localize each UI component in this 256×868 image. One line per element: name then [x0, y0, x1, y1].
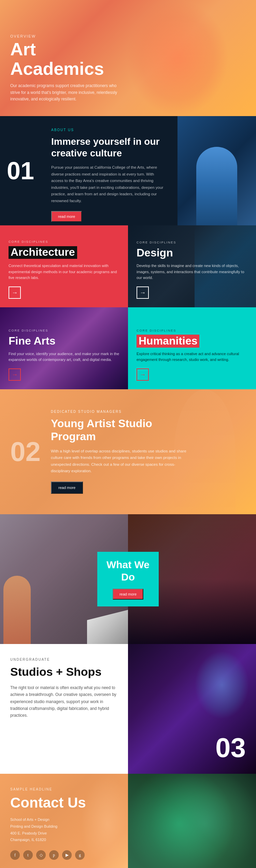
undergrad-overline: UNDERGRADUATE: [10, 658, 118, 661]
undergrad-content: UNDERGRADUATE Studios + Shops The right …: [0, 644, 128, 774]
contact-section: SAMPLE HEADLINE Contact Us School of Art…: [0, 774, 256, 868]
contact-bg-figure: [80, 774, 128, 868]
contact-left: SAMPLE HEADLINE Contact Us School of Art…: [0, 774, 128, 868]
hero-title: Art Academics: [10, 40, 126, 79]
twitter-icon[interactable]: t: [23, 850, 33, 860]
finearts-overline: CORE DISCIPLINES: [9, 329, 119, 332]
undergrad-number: 03: [215, 732, 246, 764]
pinterest-icon[interactable]: p: [49, 850, 59, 860]
studio-section: 02 DEDICATED STUDIO MANAGERS Young Artis…: [0, 389, 256, 514]
arch-description: Connect theoretical speculation and mate…: [9, 263, 119, 281]
discipline-design: CORE DISCIPLINES Design Develop the skil…: [128, 225, 256, 307]
studio-description: With a high level of overlap across disc…: [51, 448, 187, 475]
humanities-description: Explore critical thinking as a creative …: [137, 351, 247, 363]
hero-bg-figure: [126, 0, 229, 116]
studio-overline: DEDICATED STUDIO MANAGERS: [51, 410, 187, 414]
design-arrow-button[interactable]: →: [137, 286, 149, 299]
finearts-arrow-button[interactable]: →: [9, 368, 21, 381]
what-read-more-button[interactable]: read more: [113, 589, 143, 600]
person-left-silhouette: [3, 576, 31, 644]
about-title: Immerse yourself in our creative culture: [51, 136, 167, 159]
arch-overline: CORE DISCIPLINES: [9, 240, 119, 243]
contact-sequin-overlay: [128, 774, 256, 868]
discipline-finearts: CORE DISCIPLINES Fine Arts Find your voi…: [0, 307, 128, 389]
instagram-icon[interactable]: ◇: [36, 850, 46, 860]
hero-section: OVERVIEW Art Academics Our academic prog…: [0, 0, 256, 116]
undergrad-face-glow: [195, 651, 249, 719]
studio-title: Young Artist Studio Program: [51, 417, 187, 443]
discipline-architecture: CORE DISCIPLINES Architecture Connect th…: [0, 225, 128, 307]
about-number: 01: [0, 116, 41, 225]
studio-read-more-button[interactable]: read more: [51, 481, 83, 494]
youtube-icon[interactable]: ▶: [62, 850, 72, 860]
studio-number: 02: [10, 436, 41, 467]
arch-title: Architecture: [9, 246, 119, 259]
finearts-title: Fine Arts: [9, 335, 119, 347]
hero-overline: OVERVIEW: [10, 34, 126, 38]
disciplines-section: CORE DISCIPLINES Architecture Connect th…: [0, 225, 256, 389]
humanities-arrow-button[interactable]: →: [137, 368, 149, 381]
contact-right-image: [128, 774, 256, 868]
undergrad-section: UNDERGRADUATE Studios + Shops The right …: [0, 644, 256, 774]
what-we-do-section: What We Do read more: [0, 514, 256, 644]
design-description: Develop the skills to imagine and create…: [137, 263, 247, 281]
about-content: ABOUT US Immerse yourself in our creativ…: [41, 116, 177, 225]
humanities-title: Humanities: [137, 335, 247, 347]
humanities-overline: CORE DISCIPLINES: [137, 329, 247, 332]
about-section: 01 ABOUT US Immerse yourself in our crea…: [0, 116, 256, 225]
studio-content: DEDICATED STUDIO MANAGERS Young Artist S…: [51, 410, 187, 494]
arch-arrow-button[interactable]: →: [9, 286, 21, 299]
undergrad-title: Studios + Shops: [10, 665, 118, 679]
design-title: Design: [137, 247, 247, 259]
about-image: [177, 116, 256, 225]
what-center-card: What We Do read more: [97, 552, 159, 606]
studio-deco-figure: [174, 389, 236, 514]
what-title: What We Do: [104, 559, 152, 583]
finearts-description: Find your voice, identify your audience,…: [9, 351, 119, 363]
undergrad-image: 03: [128, 644, 256, 774]
about-overline: ABOUT US: [51, 128, 167, 132]
about-description: Pursue your passions at California Colle…: [51, 164, 167, 204]
undergrad-description: The right tool or material is often exac…: [10, 684, 118, 719]
about-read-more-button[interactable]: read more: [51, 211, 82, 222]
facebook-icon[interactable]: f: [10, 850, 20, 860]
hero-content: OVERVIEW Art Academics Our academic prog…: [10, 34, 126, 102]
discipline-humanities: CORE DISCIPLINES Humanities Explore crit…: [128, 307, 256, 389]
person-silhouette: [196, 147, 237, 225]
design-overline: CORE DISCIPLINES: [137, 241, 247, 244]
hero-description: Our academic programs support creative p…: [10, 83, 126, 102]
